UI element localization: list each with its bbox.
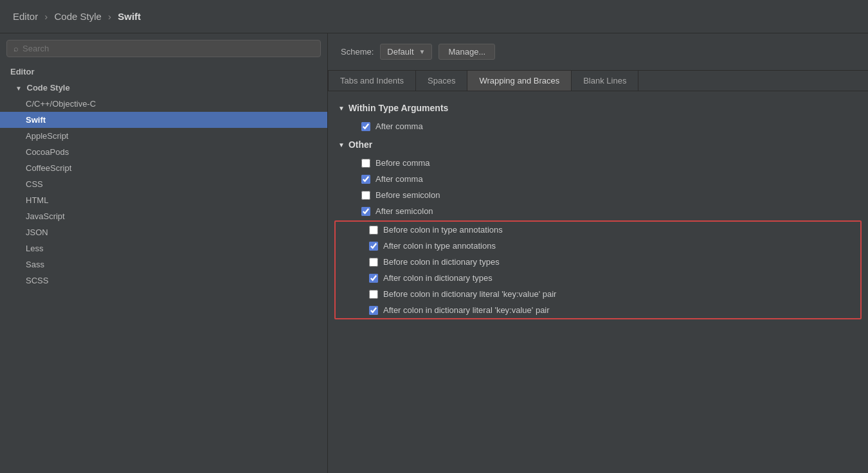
checkbox-after-colon-dict-literal-input[interactable] [369, 306, 378, 315]
sidebar-item-javascript-label: JavaScript [26, 211, 65, 221]
sidebar-item-less-label: Less [26, 244, 43, 253]
checkbox-before-colon-dict-types-label: Before colon in dictionary types [383, 257, 500, 267]
sidebar-item-less[interactable]: Less [0, 240, 327, 256]
sidebar-item-editor[interactable]: Editor [0, 64, 327, 80]
checkbox-before-colon-dict-literal-input[interactable] [369, 290, 378, 299]
breadcrumb-sep1: › [44, 11, 50, 22]
checkbox-before-colon-dict-types: Before colon in dictionary types [336, 254, 860, 270]
content-area: Scheme: Default ▼ Manage... Tabs and Ind… [328, 33, 868, 473]
checkbox-after-comma-label: After comma [375, 174, 423, 184]
checkbox-before-colon-type-input[interactable] [369, 226, 378, 235]
sidebar-item-html-label: HTML [26, 195, 48, 205]
sidebar-item-code-style[interactable]: ▼ Code Style [0, 80, 327, 96]
sidebar-item-json[interactable]: JSON [0, 224, 327, 240]
chevron-down-icon: ▼ [419, 48, 426, 55]
scheme-label: Scheme: [341, 47, 374, 57]
checkbox-after-colon-dict-types-label: After colon in dictionary types [383, 273, 493, 283]
breadcrumb-sep2: › [108, 11, 114, 22]
sidebar-item-coffeescript-label: CoffeeScript [26, 163, 71, 173]
triangle-other-icon: ▼ [338, 141, 345, 148]
sidebar-item-swift[interactable]: Swift [0, 112, 327, 128]
checkbox-before-colon-type: Before colon in type annotations [336, 222, 860, 238]
checkbox-after-semicolon: After semicolon [328, 203, 868, 219]
tab-spaces[interactable]: Spaces [416, 71, 467, 91]
checkbox-after-colon-dict-literal-label: After colon in dictionary literal 'key:v… [383, 305, 550, 315]
red-border-group: Before colon in type annotations After c… [334, 220, 862, 319]
sidebar-item-code-style-label: Code Style [27, 83, 70, 93]
search-input[interactable] [23, 44, 314, 53]
scheme-row: Scheme: Default ▼ Manage... [328, 33, 868, 71]
sidebar-item-editor-label: Editor [10, 67, 35, 76]
sidebar: ⌕ Editor ▼ Code Style C/C++/Objective-C … [0, 33, 328, 473]
tab-wrapping[interactable]: Wrapping and Braces [467, 71, 572, 91]
checkbox-after-semicolon-input[interactable] [361, 207, 370, 216]
section-other: ▼ Other [328, 134, 868, 155]
settings-body: ▼ Within Type Arguments After comma ▼ Ot… [328, 91, 868, 327]
sidebar-item-applescript[interactable]: AppleScript [0, 128, 327, 144]
checkbox-before-colon-dict-literal-label: Before colon in dictionary literal 'key:… [383, 289, 556, 299]
search-bar[interactable]: ⌕ [6, 40, 321, 57]
checkbox-before-colon-dict-literal: Before colon in dictionary literal 'key:… [336, 286, 860, 302]
manage-button[interactable]: Manage... [439, 44, 495, 60]
breadcrumb-swift: Swift [118, 11, 141, 22]
main-layout: ⌕ Editor ▼ Code Style C/C++/Objective-C … [0, 33, 868, 473]
sidebar-item-scss-label: SCSS [26, 276, 48, 285]
scheme-dropdown[interactable]: Default ▼ [380, 44, 432, 60]
tab-blank-lines[interactable]: Blank Lines [572, 71, 638, 91]
tab-tabs-indents[interactable]: Tabs and Indents [328, 71, 416, 91]
section-within-type-arguments: ▼ Within Type Arguments [328, 98, 868, 118]
breadcrumb-editor: Editor [13, 11, 38, 22]
sidebar-item-json-label: JSON [26, 228, 48, 237]
sidebar-item-applescript-label: AppleScript [26, 131, 68, 141]
checkbox-before-colon-dict-types-input[interactable] [369, 258, 378, 267]
sidebar-item-css[interactable]: CSS [0, 176, 327, 192]
breadcrumb-code-style: Code Style [55, 11, 102, 22]
sidebar-item-sass-label: Sass [26, 260, 44, 269]
header: Editor › Code Style › Swift [0, 0, 868, 33]
search-icon: ⌕ [14, 44, 19, 53]
triangle-expand-icon: ▼ [338, 105, 345, 112]
checkbox-after-colon-dict-literal: After colon in dictionary literal 'key:v… [336, 302, 860, 318]
checkbox-after-colon-type: After colon in type annotations [336, 238, 860, 254]
checkbox-before-semicolon-input[interactable] [361, 191, 370, 200]
sidebar-item-cocoapods-label: CocoaPods [26, 147, 69, 157]
checkbox-after-semicolon-label: After semicolon [375, 206, 433, 216]
checkbox-wta-after-comma: After comma [328, 118, 868, 134]
checkbox-before-colon-type-label: Before colon in type annotations [383, 225, 503, 235]
section-other-label: Other [348, 139, 372, 150]
checkbox-before-comma: Before comma [328, 155, 868, 171]
checkbox-after-colon-type-label: After colon in type annotations [383, 241, 496, 251]
checkbox-after-colon-dict-types-input[interactable] [369, 274, 378, 283]
scheme-value: Default [387, 47, 413, 57]
section-within-type-arguments-label: Within Type Arguments [348, 103, 448, 113]
checkbox-before-semicolon-label: Before semicolon [375, 190, 440, 200]
sidebar-item-html[interactable]: HTML [0, 192, 327, 208]
triangle-icon: ▼ [15, 85, 22, 92]
checkbox-wta-after-comma-input[interactable] [361, 122, 370, 131]
sidebar-item-cocoapods[interactable]: CocoaPods [0, 144, 327, 160]
sidebar-item-javascript[interactable]: JavaScript [0, 208, 327, 224]
breadcrumb: Editor › Code Style › Swift [13, 11, 141, 22]
sidebar-item-cpp[interactable]: C/C++/Objective-C [0, 96, 327, 112]
checkbox-after-comma-input[interactable] [361, 175, 370, 184]
tabs-bar: Tabs and Indents Spaces Wrapping and Bra… [328, 71, 868, 91]
sidebar-item-css-label: CSS [26, 179, 43, 189]
sidebar-item-swift-label: Swift [26, 115, 46, 125]
sidebar-item-coffeescript[interactable]: CoffeeScript [0, 160, 327, 176]
checkbox-after-colon-dict-types: After colon in dictionary types [336, 270, 860, 286]
checkbox-before-semicolon: Before semicolon [328, 187, 868, 203]
checkbox-wta-after-comma-label: After comma [375, 121, 423, 131]
checkbox-after-colon-type-input[interactable] [369, 242, 378, 251]
sidebar-item-scss[interactable]: SCSS [0, 272, 327, 289]
checkbox-before-comma-label: Before comma [375, 158, 430, 168]
sidebar-item-cpp-label: C/C++/Objective-C [26, 99, 96, 109]
checkbox-after-comma: After comma [328, 171, 868, 187]
checkbox-before-comma-input[interactable] [361, 159, 370, 168]
sidebar-item-sass[interactable]: Sass [0, 256, 327, 272]
